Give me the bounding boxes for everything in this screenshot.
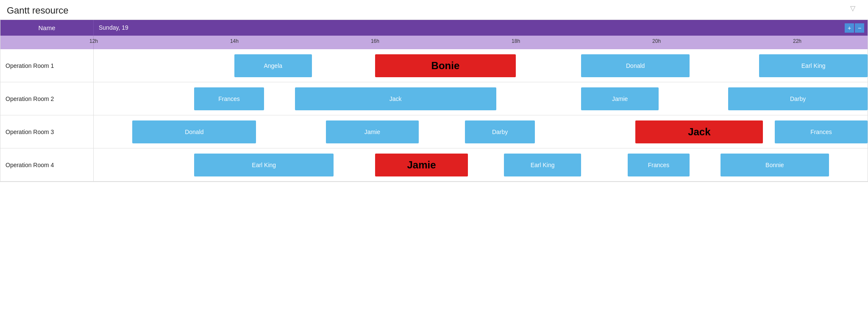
- hour-tick-16h: 16h: [371, 38, 379, 44]
- gantt-bar[interactable]: Earl King: [759, 54, 868, 77]
- gantt-bar[interactable]: Donald: [132, 120, 256, 143]
- gantt-header-top: Name Sunday, 19 + −: [0, 20, 868, 36]
- gantt-bar[interactable]: Jack: [635, 120, 763, 143]
- row-content-1: FrancesJackJamieDarby: [94, 82, 868, 115]
- row-label-0: Operation Room 1: [0, 49, 94, 82]
- hours-header: 12h14h16h18h20h22h: [0, 36, 868, 49]
- gantt-bar[interactable]: Jamie: [375, 154, 468, 176]
- name-column-header: Name: [0, 20, 94, 36]
- gantt-body: Operation Room 1AngelaBonieDonaldEarl Ki…: [0, 49, 868, 182]
- name-col-hours-spacer: [0, 36, 94, 49]
- hour-tick-14h: 14h: [230, 38, 239, 44]
- row-label-2: Operation Room 3: [0, 115, 94, 148]
- gantt-bar[interactable]: Darby: [465, 120, 534, 143]
- row-label-1: Operation Room 2: [0, 82, 94, 115]
- hour-tick-20h: 20h: [652, 38, 661, 44]
- zoom-controls: + −: [845, 23, 864, 33]
- gantt-bar[interactable]: Earl King: [194, 154, 334, 176]
- row-content-2: DonaldJamieDarbyJackFrances: [94, 115, 868, 148]
- filter-icon[interactable]: ▽: [850, 4, 855, 12]
- hour-tick-12h: 12h: [89, 38, 98, 44]
- gantt-row: Operation Room 4Earl KingJamieEarl KingF…: [0, 148, 868, 182]
- zoom-out-button[interactable]: −: [855, 23, 864, 33]
- hour-tick-22h: 22h: [793, 38, 801, 44]
- gantt-row: Operation Room 1AngelaBonieDonaldEarl Ki…: [0, 49, 868, 82]
- gantt-bar[interactable]: Earl King: [504, 154, 581, 176]
- row-label-3: Operation Room 4: [0, 148, 94, 181]
- zoom-in-button[interactable]: +: [845, 23, 854, 33]
- gantt-row: Operation Room 2FrancesJackJamieDarby: [0, 82, 868, 115]
- gantt-bar[interactable]: Donald: [581, 54, 690, 77]
- row-content-3: Earl KingJamieEarl KingFrancesBonnie: [94, 148, 868, 181]
- gantt-bar[interactable]: Frances: [628, 154, 690, 176]
- row-content-0: AngelaBonieDonaldEarl King: [94, 49, 868, 82]
- gantt-bar[interactable]: Bonnie: [721, 154, 829, 176]
- gantt-bar[interactable]: Bonie: [375, 54, 516, 77]
- gantt-row: Operation Room 3DonaldJamieDarbyJackFran…: [0, 115, 868, 148]
- gantt-bar[interactable]: Jack: [295, 87, 496, 110]
- timeline-day-label: Sunday, 19 + −: [94, 20, 868, 36]
- gantt-bar[interactable]: Darby: [728, 87, 868, 110]
- gantt-bar[interactable]: Jamie: [581, 87, 659, 110]
- gantt-bar[interactable]: Frances: [775, 120, 868, 143]
- hour-tick-18h: 18h: [512, 38, 520, 44]
- hours-row: 12h14h16h18h20h22h: [94, 36, 868, 49]
- gantt-bar[interactable]: Angela: [234, 54, 312, 77]
- page-title: Gantt resource: [0, 0, 868, 20]
- gantt-container: Name Sunday, 19 + − 12h14h16h18h20h22h O…: [0, 20, 868, 182]
- gantt-bar[interactable]: Frances: [194, 87, 264, 110]
- gantt-bar[interactable]: Jamie: [326, 120, 419, 143]
